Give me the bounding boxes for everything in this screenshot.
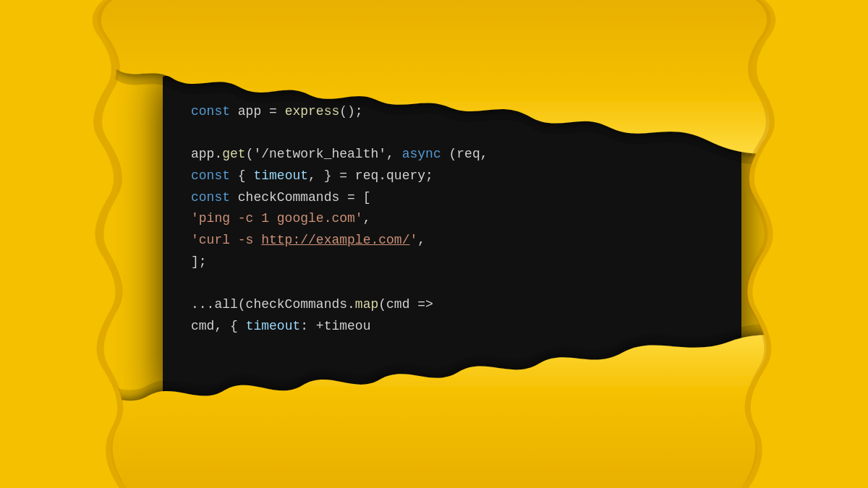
torn-paper-svg [0, 0, 868, 488]
torn-paper-left [0, 0, 127, 488]
torn-paper-bottom [0, 329, 868, 488]
torn-paper-right [741, 0, 868, 488]
